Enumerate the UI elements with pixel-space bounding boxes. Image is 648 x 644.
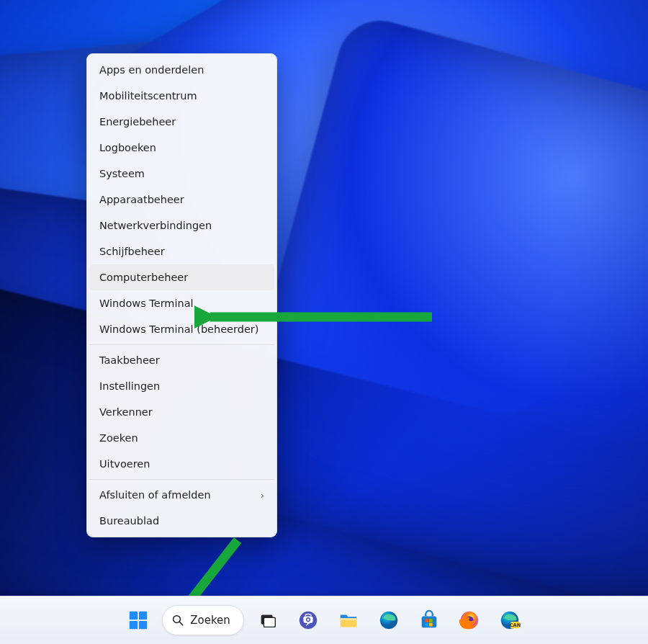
winx-item-label: Apps en onderdelen [99,64,204,76]
winx-item-label: Windows Terminal [99,298,194,309]
svg-rect-4 [130,621,138,629]
svg-rect-18 [429,619,433,622]
winx-item-label: Logboeken [99,142,156,153]
svg-rect-20 [429,623,433,627]
winx-item-label: Taakbeheer [99,354,160,366]
winx-item-label: Energiebeheer [99,116,176,128]
winx-item-label: Verkenner [99,406,153,418]
winx-item-uitvoeren[interactable]: Uitvoeren [89,451,274,477]
winx-item-label: Windows Terminal (beheerder) [99,323,259,335]
microsoft-store-button[interactable] [413,604,446,637]
svg-rect-17 [425,619,428,622]
winx-item-taakbeheer[interactable]: Taakbeheer [89,347,274,373]
taskbar: Zoeken [0,596,648,644]
edge-canary-button[interactable]: CAN [493,604,526,637]
winx-item-label: Zoeken [99,432,138,444]
winx-item-netwerkverbindingen[interactable]: Netwerkverbindingen [89,213,274,238]
winx-item-windows-terminal[interactable]: Windows Terminal [89,290,274,316]
winx-item-label: Apparaatbeheer [99,194,184,205]
winx-item-afsluiten-of-afmelden[interactable]: Afsluiten of afmelden› [89,482,274,508]
winx-item-computerbeheer[interactable]: Computerbeheer [89,264,274,290]
svg-rect-19 [425,623,428,627]
winx-item-label: Schijfbeheer [99,246,165,257]
firefox-button[interactable] [453,604,486,637]
winx-item-instellingen[interactable]: Instellingen [89,373,274,399]
svg-rect-5 [139,621,147,629]
winx-item-label: Netwerkverbindingen [99,220,212,231]
winx-context-menu: Apps en onderdelenMobiliteitscentrumEner… [86,53,277,537]
winx-separator [89,344,274,345]
search-icon [171,614,184,627]
svg-rect-14 [341,618,357,620]
file-explorer-button[interactable] [332,604,365,637]
winx-separator [89,479,274,480]
winx-item-zoeken[interactable]: Zoeken [89,425,274,451]
edge-button[interactable] [372,604,405,637]
svg-rect-2 [130,612,138,620]
winx-item-bureaublad[interactable]: Bureaublad [89,508,274,534]
winx-item-mobiliteitscentrum[interactable]: Mobiliteitscentrum [89,83,274,109]
winx-item-label: Systeem [99,168,145,179]
svg-line-7 [179,622,183,625]
winx-item-systeem[interactable]: Systeem [89,161,274,187]
search-label: Zoeken [190,614,230,627]
task-view-button[interactable] [251,604,284,637]
winx-item-label: Uitvoeren [99,458,150,470]
winx-item-label: Mobiliteitscentrum [99,90,197,102]
winx-item-label: Computerbeheer [99,272,188,283]
svg-rect-11 [303,616,312,622]
chat-button[interactable] [292,604,325,637]
winx-item-label: Instellingen [99,380,160,392]
winx-item-logboeken[interactable]: Logboeken [89,135,274,161]
winx-item-schijfbeheer[interactable]: Schijfbeheer [89,238,274,264]
start-button[interactable] [122,604,155,637]
winx-item-label: Afsluiten of afmelden [99,489,211,501]
chevron-right-icon: › [261,490,264,501]
winx-item-apps-en-onderdelen[interactable]: Apps en onderdelen [89,57,274,83]
winx-item-energiebeheer[interactable]: Energiebeheer [89,109,274,135]
search-pill[interactable]: Zoeken [162,605,244,635]
svg-rect-9 [264,617,275,627]
svg-text:CAN: CAN [510,622,521,628]
svg-rect-3 [139,612,147,620]
winx-item-windows-terminal-admin[interactable]: Windows Terminal (beheerder) [89,316,274,342]
winx-item-verkenner[interactable]: Verkenner [89,399,274,425]
winx-item-apparaatbeheer[interactable]: Apparaatbeheer [89,187,274,213]
winx-item-label: Bureaublad [99,515,159,527]
